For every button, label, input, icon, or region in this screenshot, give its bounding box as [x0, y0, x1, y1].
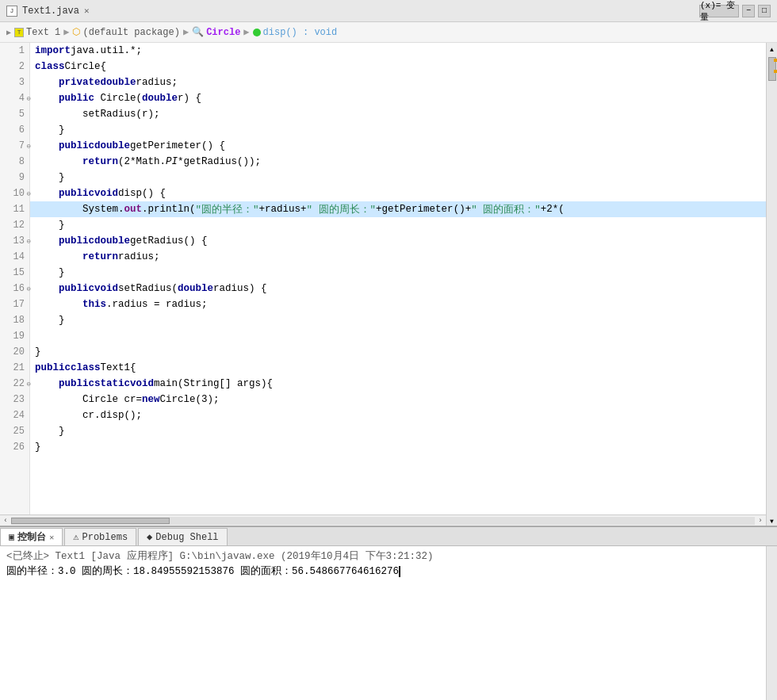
- code-content[interactable]: import java.util.*; class Circle{ privat…: [30, 43, 766, 514]
- ln-13: 13: [0, 233, 29, 249]
- breadcrumb-text1[interactable]: T Text 1: [14, 27, 60, 38]
- debug-tab-label: Debug Shell: [155, 532, 218, 543]
- maximize-btn[interactable]: □: [758, 5, 771, 17]
- minimize-btn[interactable]: −: [742, 5, 755, 17]
- code-editor[interactable]: 1 2 3 4 5 6 7 8 9 10 11 12 13 14 15 16 1…: [0, 43, 766, 526]
- code-line-1: import java.util.*;: [30, 43, 766, 59]
- title-bar: J Text1.java ✕ (x)= 变量 − □: [0, 0, 777, 22]
- ln-16: 16: [0, 281, 29, 296]
- code-line-3: private double radius;: [30, 75, 766, 90]
- breadcrumb: ▶ T Text 1 ▶ ⬡ (default package) ▶ 🔍 Cir…: [0, 22, 777, 43]
- code-line-8: return (2*Math.PI*getRadius());: [30, 154, 766, 170]
- code-line-22: public static void main(String[] args){: [30, 376, 766, 392]
- ln-26: 26: [0, 439, 29, 455]
- debug-tab-icon: ◆: [147, 531, 152, 543]
- h-scroll-right-btn[interactable]: ›: [755, 517, 766, 525]
- ln-6: 6: [0, 122, 29, 138]
- sep3: ▶: [243, 26, 249, 38]
- code-line-23: Circle cr=new Circle(3);: [30, 392, 766, 407]
- scroll-down-btn[interactable]: ▼: [767, 516, 777, 526]
- code-line-25: }: [30, 423, 766, 439]
- text1-icon: T: [14, 28, 24, 37]
- console-tab-close[interactable]: ✕: [49, 533, 54, 542]
- ln-11: 11: [0, 201, 29, 217]
- var-panel-btn[interactable]: (x)= 变量: [699, 5, 739, 17]
- h-scroll-left-btn[interactable]: ‹: [0, 517, 11, 525]
- ln-10: 10: [0, 186, 29, 201]
- horizontal-scrollbar[interactable]: ‹ ›: [0, 514, 766, 526]
- console-tab-label: 控制台: [17, 530, 46, 544]
- vertical-scrollbar[interactable]: ▲ ▼: [766, 43, 777, 526]
- code-line-2: class Circle{: [30, 59, 766, 75]
- code-line-24: cr.disp();: [30, 407, 766, 423]
- line-numbers: 1 2 3 4 5 6 7 8 9 10 11 12 13 14 15 16 1…: [0, 43, 30, 514]
- code-line-19: [30, 328, 766, 344]
- code-line-4: public Circle(double r) {: [30, 90, 766, 106]
- breadcrumb-arrow: ▶: [6, 28, 11, 37]
- bottom-tabs: ▣ 控制台 ✕ ⚠ Problems ◆ Debug Shell: [0, 527, 777, 546]
- ln-12: 12: [0, 217, 29, 233]
- editor-container: 1 2 3 4 5 6 7 8 9 10 11 12 13 14 15 16 1…: [0, 43, 777, 526]
- code-line-15: }: [30, 265, 766, 281]
- code-line-17: this.radius = radius;: [30, 296, 766, 312]
- breadcrumb-circle[interactable]: 🔍 Circle: [192, 26, 240, 38]
- code-line-13: public double getRadius() {: [30, 233, 766, 249]
- ln-4: 4: [0, 90, 29, 106]
- code-line-16: public void setRadius(double radius) {: [30, 281, 766, 296]
- breadcrumb-pkg[interactable]: ⬡ (default package): [72, 26, 179, 38]
- circle-icon: 🔍: [192, 26, 204, 38]
- ln-3: 3: [0, 75, 29, 90]
- problems-tab-icon: ⚠: [73, 531, 78, 543]
- code-line-18: }: [30, 312, 766, 328]
- cursor-blink: [399, 566, 400, 577]
- title-bar-right: (x)= 变量 − □: [699, 5, 771, 17]
- code-line-6: }: [30, 122, 766, 138]
- scroll-up-btn[interactable]: ▲: [767, 44, 777, 54]
- ln-18: 18: [0, 312, 29, 328]
- ln-17: 17: [0, 296, 29, 312]
- scroll-track[interactable]: [767, 54, 777, 516]
- bottom-panel: ▣ 控制台 ✕ ⚠ Problems ◆ Debug Shell <已终止> T…: [0, 526, 777, 700]
- ln-21: 21: [0, 360, 29, 376]
- console-output: 圆的半径：3.0 圆的周长：18.84955592153876 圆的面积：56.…: [6, 564, 760, 578]
- console-tab-icon: ▣: [9, 531, 14, 543]
- code-lines: 1 2 3 4 5 6 7 8 9 10 11 12 13 14 15 16 1…: [0, 43, 766, 514]
- sep2: ▶: [183, 26, 189, 38]
- bottom-content-row: <已终止> Text1 [Java 应用程序] G:\bin\javaw.exe…: [0, 546, 777, 700]
- tab-console[interactable]: ▣ 控制台 ✕: [0, 528, 63, 545]
- scroll-marker-2: [774, 70, 777, 73]
- tab-debug[interactable]: ◆ Debug Shell: [138, 528, 227, 545]
- title-close[interactable]: ✕: [84, 6, 90, 16]
- code-line-5: setRadius(r);: [30, 106, 766, 122]
- h-scroll-track[interactable]: [11, 517, 755, 525]
- breadcrumb-method[interactable]: disp() : void: [253, 27, 338, 38]
- code-line-26: }: [30, 439, 766, 455]
- code-line-21: public class Text1{: [30, 360, 766, 376]
- bottom-scrollbar[interactable]: [766, 546, 777, 700]
- code-line-14: return radius;: [30, 249, 766, 265]
- ln-9: 9: [0, 170, 29, 186]
- console-area[interactable]: <已终止> Text1 [Java 应用程序] G:\bin\javaw.exe…: [0, 546, 766, 700]
- console-status: <已终止> Text1 [Java 应用程序] G:\bin\javaw.exe…: [6, 549, 760, 563]
- h-scroll-thumb[interactable]: [11, 518, 170, 524]
- ln-20: 20: [0, 344, 29, 360]
- ln-22: 22: [0, 376, 29, 392]
- tab-problems[interactable]: ⚠ Problems: [64, 528, 136, 545]
- ln-1: 1: [0, 43, 29, 59]
- ln-8: 8: [0, 154, 29, 170]
- code-line-20: }: [30, 344, 766, 360]
- ln-23: 23: [0, 392, 29, 407]
- title-bar-left: J Text1.java ✕: [6, 6, 90, 17]
- file-icon: J: [6, 6, 17, 17]
- pkg-icon: ⬡: [72, 26, 80, 38]
- ln-15: 15: [0, 265, 29, 281]
- code-line-11: System.out.println("圆的半径："+radius+" 圆的周长…: [30, 201, 766, 217]
- ln-7: 7: [0, 138, 29, 154]
- problems-tab-label: Problems: [82, 532, 128, 543]
- scroll-marker-1: [774, 59, 777, 62]
- ln-19: 19: [0, 328, 29, 344]
- ln-14: 14: [0, 249, 29, 265]
- code-line-7: public double getPerimeter() {: [30, 138, 766, 154]
- code-line-9: }: [30, 170, 766, 186]
- code-line-12: }: [30, 217, 766, 233]
